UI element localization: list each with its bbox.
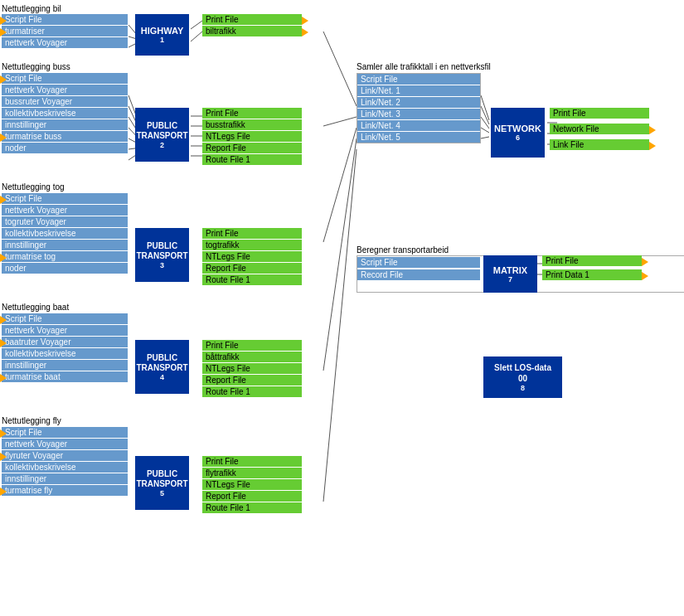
section-buss-label: Nettutlegging buss <box>2 62 70 71</box>
net-input-script[interactable]: Script File <box>357 74 480 85</box>
baat-arrow-turmatrise <box>0 374 7 382</box>
network-section-label: Samler alle trafikktall i en nettverksfi… <box>357 62 491 71</box>
pt2-out-report[interactable]: Report File <box>202 143 302 153</box>
pt4-out-battrafikk[interactable]: båttrafikk <box>202 352 302 362</box>
baat-input-nettverk[interactable]: nettverk Voyager <box>2 325 128 336</box>
pt4-label: PUBLICTRANSPORT <box>136 353 187 373</box>
baat-input-baatruter[interactable]: baatruter Voyager <box>2 337 128 347</box>
pt3-out-ntlegs[interactable]: NTLegs File <box>202 251 302 262</box>
pt5-out-flytrafikk[interactable]: flytrafikk <box>202 468 302 478</box>
pt4-out-ntlegs[interactable]: NTLegs File <box>202 363 302 374</box>
buss-input-kollektiv[interactable]: kollektivbeskrivelse <box>2 108 128 119</box>
fly-arrow1 <box>0 429 7 438</box>
fly-input-turmatrise[interactable]: turmatrise fly <box>2 485 128 496</box>
pt5-processor[interactable]: PUBLICTRANSPORT 5 <box>135 456 189 510</box>
pt5-out-printfile[interactable]: Print File <box>202 456 302 467</box>
svg-line-18 <box>481 106 489 124</box>
matrix-out-printfile[interactable]: Print File <box>542 255 642 266</box>
matrix-number: 7 <box>508 275 512 284</box>
svg-line-33 <box>323 149 357 502</box>
net-input-link3[interactable]: Link/Net. 3 <box>357 109 480 119</box>
fly-arrow-turmatrise <box>0 487 7 496</box>
matrix-processor[interactable]: MATRIX 7 <box>483 255 537 293</box>
pt3-out-report[interactable]: Report File <box>202 263 302 274</box>
pt5-out-route[interactable]: Route File 1 <box>202 502 302 513</box>
pt2-out-route[interactable]: Route File 1 <box>202 154 302 165</box>
highway-out-printfile[interactable]: Print File <box>202 14 302 25</box>
matrix-label: MATRIX <box>493 265 527 275</box>
pt2-number: 2 <box>160 141 164 149</box>
pt5-out-ntlegs[interactable]: NTLegs File <box>202 479 302 490</box>
net-input-link1[interactable]: Link/Net. 1 <box>357 85 480 96</box>
tog-input-innstillinger[interactable]: innstillinger <box>2 240 128 250</box>
pt5-label: PUBLICTRANSPORT <box>136 469 187 489</box>
highway-processor[interactable]: HIGHWAY 1 <box>135 14 189 56</box>
fly-input-flyruter[interactable]: flyruter Voyager <box>2 450 128 461</box>
network-processor[interactable]: NETWORK 6 <box>491 108 545 158</box>
matrix-input-record[interactable]: Record File <box>357 269 480 280</box>
tog-input-noder[interactable]: noder <box>2 263 128 274</box>
bil-input-turmatriser[interactable]: turmatriser <box>2 26 128 36</box>
baat-input-innstillinger[interactable]: innstillinger <box>2 360 128 371</box>
highway-out-biltrafikk[interactable]: biltrafikk <box>202 26 302 36</box>
baat-input-script[interactable]: Script File <box>2 313 128 324</box>
pt5-out-report[interactable]: Report File <box>202 491 302 502</box>
pt3-out-togtrafikk[interactable]: togtrafikk <box>202 240 302 250</box>
net-input-link2[interactable]: Link/Net. 2 <box>357 97 480 108</box>
network-number: 6 <box>516 133 520 142</box>
slett-processor[interactable]: Slett LOS-data00 8 <box>483 357 562 398</box>
net-input-link4[interactable]: Link/Net. 4 <box>357 120 480 131</box>
bil-arrow-turmatriser <box>0 28 7 36</box>
pt4-processor[interactable]: PUBLICTRANSPORT 4 <box>135 340 189 394</box>
svg-line-20 <box>481 128 489 133</box>
baat-input-kollektiv[interactable]: kollektivbeskrivelse <box>2 348 128 359</box>
tog-input-kollektiv[interactable]: kollektivbeskrivelse <box>2 228 128 239</box>
matrix-input-script[interactable]: Script File <box>357 257 480 268</box>
tog-input-script[interactable]: Script File <box>2 193 128 204</box>
net-out-networkfile[interactable]: Network File <box>550 124 649 134</box>
buss-input-noder[interactable]: noder <box>2 143 128 153</box>
pt4-out-route[interactable]: Route File 1 <box>202 386 302 397</box>
svg-line-31 <box>323 128 357 242</box>
tog-input-turmatrise[interactable]: turmatrise tog <box>2 251 128 262</box>
svg-line-30 <box>323 117 357 126</box>
buss-input-innstillinger[interactable]: innstillinger <box>2 119 128 130</box>
baat-input-turmatrise[interactable]: turmatrise baat <box>2 371 128 382</box>
buss-arrow1 <box>0 75 7 84</box>
svg-line-17 <box>481 95 489 120</box>
buss-input-bussruter[interactable]: bussruter Voyager <box>2 96 128 107</box>
pt2-out-busstrafikk[interactable]: busstrafikk <box>202 119 302 130</box>
pt2-out-ntlegs[interactable]: NTLegs File <box>202 131 302 142</box>
net-out-arrow-link <box>649 142 656 150</box>
pt4-out-printfile[interactable]: Print File <box>202 340 302 351</box>
section-fly-label: Nettutlegging fly <box>2 416 61 425</box>
fly-input-script[interactable]: Script File <box>2 427 128 438</box>
tog-arrow-turmatrise <box>0 254 7 262</box>
pt2-out-printfile[interactable]: Print File <box>202 108 302 119</box>
pt3-processor[interactable]: PUBLICTRANSPORT 3 <box>135 228 189 282</box>
net-out-printfile[interactable]: Print File <box>550 108 649 119</box>
matrix-section-label: Beregner transportarbeid <box>357 245 449 255</box>
svg-line-32 <box>323 138 357 371</box>
bil-input-script[interactable]: Script File <box>2 14 128 25</box>
fly-input-nettverk[interactable]: nettverk Voyager <box>2 439 128 449</box>
tog-input-togruter[interactable]: togruter Voyager <box>2 216 128 227</box>
buss-input-nettverk[interactable]: nettverk Voyager <box>2 85 128 95</box>
tog-input-nettverk[interactable]: nettverk Voyager <box>2 205 128 216</box>
tog-arrow1 <box>0 196 7 204</box>
buss-input-script[interactable]: Script File <box>2 73 128 84</box>
matrix-out-printdata[interactable]: Print Data 1 <box>542 269 642 280</box>
matrix-out-arrow2 <box>642 272 648 280</box>
pt2-label: PUBLICTRANSPORT <box>136 121 187 141</box>
pt3-out-route[interactable]: Route File 1 <box>202 274 302 285</box>
pt2-processor[interactable]: PUBLICTRANSPORT 2 <box>135 108 189 162</box>
pt4-out-report[interactable]: Report File <box>202 375 302 386</box>
bil-input-nettverk[interactable]: nettverk Voyager <box>2 37 128 48</box>
pt3-out-printfile[interactable]: Print File <box>202 228 302 239</box>
fly-input-kollektiv[interactable]: kollektivbeskrivelse <box>2 462 128 473</box>
svg-line-4 <box>191 32 202 41</box>
fly-input-innstillinger[interactable]: innstillinger <box>2 473 128 484</box>
buss-input-turmatrise[interactable]: turmatrise buss <box>2 131 128 142</box>
net-input-link5[interactable]: Link/Net. 5 <box>357 132 480 143</box>
net-out-linkfile[interactable]: Link File <box>550 139 649 150</box>
